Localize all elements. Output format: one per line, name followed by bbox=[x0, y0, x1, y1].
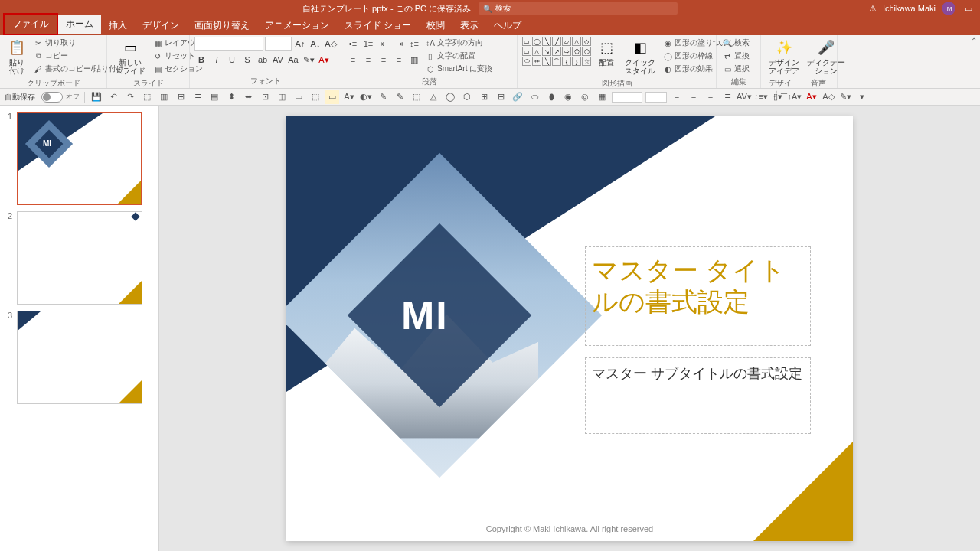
qat-icon[interactable]: A▾ bbox=[805, 90, 818, 104]
qat-icon[interactable]: ▦ bbox=[595, 90, 609, 104]
slide-canvas[interactable]: MI マスター タイトルの書式設定 マスター サブタイトルの書式設定 Copyr… bbox=[286, 116, 853, 541]
collapse-ribbon-icon[interactable]: ⌃ bbox=[971, 37, 977, 45]
qat-icon[interactable]: ⬚ bbox=[410, 90, 423, 104]
tab-home[interactable]: ホーム bbox=[58, 15, 101, 35]
qat-icon[interactable]: ≡ bbox=[687, 90, 701, 104]
numbering-button[interactable]: 1≡ bbox=[361, 37, 375, 51]
title-placeholder[interactable]: マスター タイトルの書式設定 bbox=[585, 246, 811, 346]
paste-button[interactable]: 📋 貼り付け bbox=[5, 37, 29, 77]
font-color-button[interactable]: A▾ bbox=[317, 53, 331, 67]
increase-font-icon[interactable]: A↑ bbox=[293, 37, 307, 51]
strike-button[interactable]: S bbox=[240, 53, 254, 67]
qat-icon[interactable]: A▾ bbox=[342, 90, 356, 104]
qat-icon[interactable]: ▤ bbox=[207, 90, 221, 104]
qat-icon[interactable]: ◯ bbox=[443, 90, 457, 104]
qat-icon[interactable]: ⊞ bbox=[174, 90, 188, 104]
user-name[interactable]: Ichikawa Maki bbox=[883, 4, 936, 13]
tab-transitions[interactable]: 画面切り替え bbox=[187, 16, 257, 35]
char-spacing-button[interactable]: AV bbox=[271, 53, 285, 67]
slide-thumbnail-panel[interactable]: 1 MI 2 3 bbox=[0, 106, 159, 551]
qat-icon[interactable]: △ bbox=[426, 90, 440, 104]
highlight-button[interactable]: ✎▾ bbox=[302, 53, 315, 67]
design-ideas-button[interactable]: ✨ デザイン アイデア bbox=[766, 37, 802, 77]
tab-slideshow[interactable]: スライド ショー bbox=[337, 16, 419, 35]
subtitle-placeholder[interactable]: マスター サブタイトルの書式設定 bbox=[585, 357, 811, 434]
qat-color-box[interactable] bbox=[612, 92, 642, 103]
save-button[interactable]: 💾 bbox=[90, 90, 103, 104]
autosave-toggle[interactable] bbox=[41, 92, 63, 103]
qat-icon[interactable]: ≣ bbox=[191, 90, 204, 104]
clear-format-icon[interactable]: A◇ bbox=[324, 37, 338, 51]
ribbon-mode-icon[interactable]: ▭ bbox=[962, 3, 975, 14]
bold-button[interactable]: B bbox=[194, 53, 208, 67]
qat-icon[interactable]: ≡ bbox=[670, 90, 684, 104]
qat-icon[interactable]: ▥ bbox=[157, 90, 171, 104]
tab-view[interactable]: 表示 bbox=[452, 16, 486, 35]
qat-icon[interactable]: ⊞ bbox=[477, 90, 491, 104]
qat-color-box[interactable] bbox=[645, 92, 667, 103]
qat-icon[interactable]: ✎▾ bbox=[838, 90, 852, 104]
tab-file[interactable]: ファイル bbox=[3, 13, 58, 35]
search-box[interactable]: 🔍 検索 bbox=[479, 2, 678, 15]
find-button[interactable]: 🔍検索 bbox=[721, 37, 751, 49]
smartart-button[interactable]: ⬡SmartArt に変換 bbox=[424, 63, 494, 75]
font-size-combo[interactable] bbox=[265, 37, 292, 51]
qat-icon[interactable]: ▭ bbox=[292, 90, 305, 104]
new-slide-button[interactable]: ▭ 新しい スライド bbox=[112, 37, 149, 77]
qat-icon[interactable]: ⬌ bbox=[241, 90, 255, 104]
dictate-button[interactable]: 🎤 ディクテー ション bbox=[804, 37, 848, 77]
qat-icon[interactable]: 🔗 bbox=[511, 90, 524, 104]
quick-styles-button[interactable]: ◧ クイック スタイル bbox=[622, 37, 658, 77]
arrange-button[interactable]: ⬚ 配置 bbox=[594, 37, 619, 68]
slide-thumbnail-3[interactable] bbox=[17, 311, 142, 404]
select-button[interactable]: ▭選択 bbox=[721, 63, 751, 75]
qat-icon[interactable]: ⬡ bbox=[460, 90, 474, 104]
qat-icon[interactable]: ⬍ bbox=[224, 90, 238, 104]
decrease-font-icon[interactable]: A↓ bbox=[309, 37, 322, 51]
font-name-combo[interactable] bbox=[194, 37, 263, 51]
qat-icon[interactable]: ▭ bbox=[325, 90, 339, 104]
slide-thumbnail-2[interactable] bbox=[17, 211, 142, 305]
qat-icon[interactable]: ⬮ bbox=[544, 90, 558, 104]
qat-icon[interactable]: ⊟ bbox=[494, 90, 508, 104]
redo-button[interactable]: ↷ bbox=[123, 90, 137, 104]
decrease-indent-button[interactable]: ⇤ bbox=[377, 37, 390, 51]
bullets-button[interactable]: •≡ bbox=[346, 37, 360, 51]
line-spacing-button[interactable]: ↕≡ bbox=[407, 37, 421, 51]
qat-icon[interactable]: ✎ bbox=[376, 90, 390, 104]
slide-editor[interactable]: MI マスター タイトルの書式設定 マスター サブタイトルの書式設定 Copyr… bbox=[159, 106, 980, 551]
qat-icon[interactable]: ◐▾ bbox=[359, 90, 373, 104]
qat-icon[interactable]: A◇ bbox=[822, 90, 835, 104]
undo-button[interactable]: ↶ bbox=[106, 90, 120, 104]
avatar[interactable]: IM bbox=[942, 2, 956, 15]
columns-button[interactable]: ▥ bbox=[407, 53, 421, 67]
qat-icon[interactable]: ≣ bbox=[720, 90, 734, 104]
align-right-button[interactable]: ≡ bbox=[377, 53, 390, 67]
slide-thumbnail-1[interactable]: MI bbox=[17, 112, 142, 205]
align-center-button[interactable]: ≡ bbox=[361, 53, 375, 67]
tab-insert[interactable]: 挿入 bbox=[101, 16, 135, 35]
case-button[interactable]: Aa bbox=[286, 53, 300, 67]
italic-button[interactable]: I bbox=[210, 53, 224, 67]
qat-icon[interactable]: ≡ bbox=[704, 90, 717, 104]
qat-icon[interactable]: ✎ bbox=[393, 90, 407, 104]
qat-icon[interactable]: ⊡ bbox=[258, 90, 272, 104]
qat-icon[interactable]: ◫ bbox=[275, 90, 289, 104]
qat-icon[interactable]: ⬭ bbox=[528, 90, 541, 104]
replace-button[interactable]: ⇄置換 bbox=[721, 50, 751, 62]
tab-animations[interactable]: アニメーション bbox=[257, 16, 337, 35]
shadow-button[interactable]: ab bbox=[256, 53, 270, 67]
qat-more-icon[interactable]: ▾ bbox=[855, 90, 869, 104]
increase-indent-button[interactable]: ⇥ bbox=[392, 37, 406, 51]
align-text-button[interactable]: ▯文字の配置 bbox=[424, 50, 494, 62]
underline-button[interactable]: U bbox=[225, 53, 239, 67]
align-left-button[interactable]: ≡ bbox=[346, 53, 360, 67]
tab-review[interactable]: 校閲 bbox=[419, 16, 452, 35]
qat-icon[interactable]: ⬚ bbox=[309, 90, 322, 104]
tab-help[interactable]: ヘルプ bbox=[486, 16, 529, 35]
tab-design[interactable]: デザイン bbox=[135, 16, 187, 35]
qat-icon[interactable]: ◉ bbox=[561, 90, 575, 104]
shape-gallery[interactable]: ▭◯╲╱▱△◇ ▭△↘↗⇨⬠⬡ ⬭⬰╲⌒{}☆ bbox=[522, 37, 591, 66]
justify-button[interactable]: ≡ bbox=[392, 53, 406, 67]
qat-icon[interactable]: ⬚ bbox=[140, 90, 154, 104]
